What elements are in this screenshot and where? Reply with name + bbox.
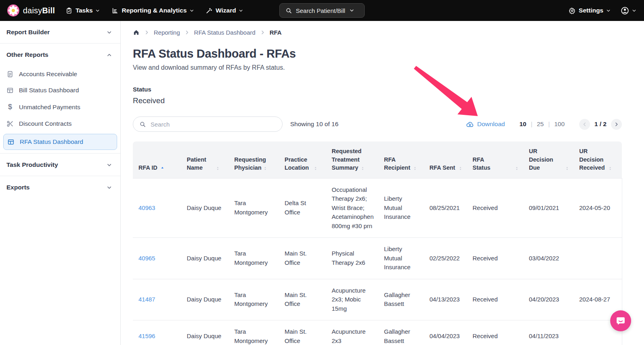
cell-practice-location: Main St. Office xyxy=(279,279,326,320)
cell-practice-location: Main St. Office xyxy=(279,238,326,279)
column-header-rfa-status[interactable]: RFA Status xyxy=(467,141,523,178)
chevron-right-icon xyxy=(184,30,190,35)
page-size-10[interactable]: 10 xyxy=(519,121,526,128)
table-search-input[interactable] xyxy=(150,121,276,128)
sidebar-section-exports[interactable]: Exports xyxy=(0,176,120,198)
previous-page-button[interactable] xyxy=(579,119,590,130)
breadcrumb-reporting[interactable]: Reporting xyxy=(154,29,180,36)
column-header-ur-decision-due[interactable]: UR Decision Due xyxy=(523,141,574,178)
rfa-id-link[interactable]: 40963 xyxy=(138,204,155,211)
cell-rfa-status: Received xyxy=(467,320,523,345)
column-header-rfa-recipient[interactable]: RFA Recipient xyxy=(378,141,424,178)
sort-icon[interactable] xyxy=(215,166,220,171)
sidebar-section-other-reports[interactable]: Other Reports xyxy=(0,44,120,66)
cell-rfa-sent: 04/04/2023 xyxy=(424,320,467,345)
sidebar-section-label: Report Builder xyxy=(6,29,50,36)
divider: | xyxy=(548,121,550,128)
chevron-down-icon xyxy=(632,8,637,13)
rfa-id-link[interactable]: 41487 xyxy=(138,296,155,303)
cell-ur-decision-due: 09/01/2021 xyxy=(523,178,574,238)
chevron-down-icon xyxy=(189,8,194,13)
table-row: 41596 Daisy Duque Tara Montgomery Main S… xyxy=(133,320,622,345)
next-page-button[interactable] xyxy=(611,119,622,130)
cell-practice-location: Main St. Office xyxy=(279,320,326,345)
cell-rfa-recipient: Liberty Mutual Insurance xyxy=(378,238,424,279)
sort-icon[interactable] xyxy=(413,166,417,171)
settings-menu[interactable]: Settings xyxy=(569,7,611,14)
sidebar-section-task-productivity[interactable]: Task Productivity xyxy=(0,154,120,176)
column-header-requested-treatment-summary[interactable]: Requested Treatment Summary xyxy=(326,141,378,178)
breadcrumb: Reporting RFA Status Dashboard RFA xyxy=(133,29,644,36)
chat-launcher-button[interactable] xyxy=(610,310,631,331)
global-search-button[interactable]: Search Patient/Bill xyxy=(279,3,365,18)
sidebar-item-unmatched-payments[interactable]: $ Unmatched Payments xyxy=(0,99,120,115)
nav-menu-wizard-label: Wizard xyxy=(216,7,236,14)
rfa-id-link[interactable]: 41596 xyxy=(138,333,155,339)
global-search-label: Search Patient/Bill xyxy=(296,7,345,14)
chart-icon xyxy=(111,7,118,14)
sort-icon[interactable] xyxy=(263,166,268,171)
page-title: RFA Status Dashboard - RFAs xyxy=(133,47,644,60)
cell-requesting-physician: Tara Montgomery xyxy=(229,178,279,238)
sort-ascending-icon[interactable] xyxy=(160,166,165,170)
brand-logo[interactable]: daisyBill xyxy=(7,4,55,17)
top-navbar: daisyBill Tasks Reporting & Analytics Wi… xyxy=(0,0,644,21)
sidebar-item-accounts-receivable[interactable]: Accounts Receivable xyxy=(0,67,120,82)
sidebar-item-label: Bill Status Dashboard xyxy=(19,87,79,94)
sort-icon[interactable] xyxy=(458,166,463,171)
cell-treatment-summary: Acupuncture 2x3 xyxy=(326,320,378,345)
nav-menu-tasks[interactable]: Tasks xyxy=(66,7,101,14)
sidebar-section-label: Exports xyxy=(6,184,30,191)
sidebar-section-label: Task Productivity xyxy=(6,161,58,168)
sidebar-item-label: Accounts Receivable xyxy=(19,71,77,78)
sort-icon[interactable] xyxy=(313,166,318,171)
column-header-rfa-sent[interactable]: RFA Sent xyxy=(424,141,467,178)
sidebar-item-label: Discount Contracts xyxy=(19,120,72,127)
home-icon[interactable] xyxy=(133,29,140,36)
cell-requesting-physician: Tara Montgomery xyxy=(229,279,279,320)
column-header-ur-decision-received[interactable]: UR Decision Received xyxy=(574,141,622,178)
table-header-row: RFA ID Patient Name Requesting Physician… xyxy=(133,141,622,178)
clipboard-icon xyxy=(66,7,72,14)
chevron-right-icon xyxy=(614,122,619,127)
table-row: 40965 Daisy Duque Tara Montgomery Main S… xyxy=(133,238,622,279)
breadcrumb-rfa-status-dashboard[interactable]: RFA Status Dashboard xyxy=(194,29,256,36)
sort-icon[interactable] xyxy=(514,166,519,171)
column-header-rfa-id[interactable]: RFA ID xyxy=(133,141,181,178)
sidebar-section-report-builder[interactable]: Report Builder xyxy=(0,21,120,43)
search-icon xyxy=(139,121,146,128)
nav-menu-wizard[interactable]: Wizard xyxy=(206,7,244,14)
download-button[interactable]: Download xyxy=(466,120,505,129)
sidebar-item-rfa-status-dashboard[interactable]: RFA Status Dashboard xyxy=(3,134,117,150)
sort-icon[interactable] xyxy=(608,166,613,171)
account-menu[interactable] xyxy=(621,6,637,15)
page-size-100[interactable]: 100 xyxy=(554,121,565,128)
cell-patient-name: Daisy Duque xyxy=(181,178,229,238)
cell-patient-name: Daisy Duque xyxy=(181,238,229,279)
cell-treatment-summary: Acupuncture 2x3; Mobic 15mg xyxy=(326,279,378,320)
chevron-right-icon xyxy=(144,30,149,35)
page-size-25[interactable]: 25 xyxy=(537,121,544,128)
download-label: Download xyxy=(477,121,505,128)
nav-menu-tasks-label: Tasks xyxy=(76,7,93,14)
sidebar-item-bill-status-dashboard[interactable]: Bill Status Dashboard xyxy=(0,83,120,98)
column-header-practice-location[interactable]: Practice Location xyxy=(279,141,326,178)
cell-rfa-status: Received xyxy=(467,238,523,279)
column-header-requesting-physician[interactable]: Requesting Physician xyxy=(229,141,279,178)
sort-icon[interactable] xyxy=(360,166,365,171)
cell-requesting-physician: Tara Montgomery xyxy=(229,238,279,279)
sidebar-item-label: RFA Status Dashboard xyxy=(20,138,83,145)
table-search[interactable] xyxy=(133,116,283,132)
sort-icon[interactable] xyxy=(565,166,570,171)
cell-ur-decision-due: 04/20/2023 xyxy=(523,279,574,320)
page-indicator: 1 / 2 xyxy=(594,121,607,128)
column-header-patient-name[interactable]: Patient Name xyxy=(181,141,229,178)
rfa-id-link[interactable]: 40965 xyxy=(138,255,155,262)
chevron-right-icon xyxy=(260,30,265,35)
sidebar-item-discount-contracts[interactable]: Discount Contracts xyxy=(0,116,120,131)
table-row: 41487 Daisy Duque Tara Montgomery Main S… xyxy=(133,279,622,320)
wand-icon xyxy=(206,7,213,14)
rfa-table: RFA ID Patient Name Requesting Physician… xyxy=(133,141,622,345)
nav-menu-reporting[interactable]: Reporting & Analytics xyxy=(111,7,194,14)
pagination: 1 / 2 xyxy=(579,119,622,130)
